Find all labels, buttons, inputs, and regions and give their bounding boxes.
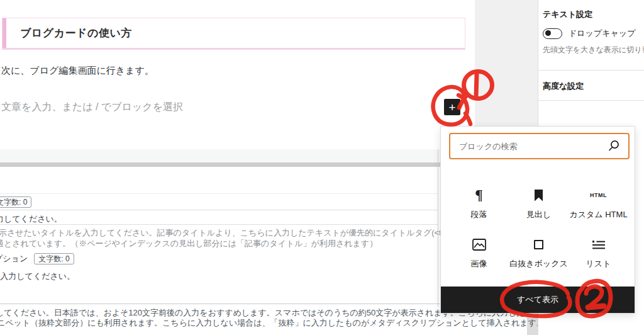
divider [0,193,438,194]
dropcap-toggle[interactable] [543,28,562,39]
panel-title-advanced-settings[interactable]: 高度な設定 [543,81,584,92]
dropcap-toggle-row: ドロップキャップ [543,28,635,39]
title-description-line2: 適とされています。（※ページやインデックスの見出し部分には「記事のタイトル」が利… [0,238,377,249]
heading-block[interactable]: ブログカードの使い方 [2,18,465,50]
box-icon [534,236,543,253]
meta-description-row: プション 文字数: 0 [0,253,74,264]
char-count-badge: 文字数: 0 [0,196,31,208]
show-all-label: すべて表示 [517,294,558,305]
block-grid: ¶ 段落 見出し HTML カスタム HTML 画像 白抜きボックス [449,182,628,280]
block-item-custom-html[interactable]: HTML カスタム HTML [569,182,628,231]
meta-description-hint: を入力してください。 [0,271,75,282]
block-item-image[interactable]: 画像 [449,231,509,280]
heading-block-text: ブログカードの使い方 [6,26,132,40]
metabox-divider-bar [0,162,440,167]
divider [0,304,440,304]
show-all-button[interactable]: すべて表示 [441,287,635,313]
divider [538,100,644,101]
list-icon [592,236,605,253]
paragraph-block[interactable]: 次に、ブログ編集画面に行きます。 [1,65,154,77]
divider [538,70,644,71]
block-search-input[interactable] [450,142,607,151]
html-icon: HTML [590,187,607,203]
circle-around-add-button-tail [465,113,470,124]
block-item-paragraph[interactable]: ¶ 段落 [449,182,509,231]
title-field-hint: 力してください。 [0,213,62,225]
dropcap-hint: 先頭文字を大きな表示に切り替えま [543,45,644,55]
panel-title-text-settings[interactable]: テキスト設定 [543,9,592,20]
editor-gutter [475,0,538,128]
block-search-box [449,133,630,159]
divider [0,224,438,225]
paragraph-icon: ¶ [475,187,482,203]
metabox-top-band [0,149,440,162]
image-icon [472,236,486,253]
block-item-heading[interactable]: 見出し [509,182,569,231]
search-icon [607,139,621,153]
dropcap-label: ドロップキャップ [569,28,635,39]
divider [0,210,438,210]
meta-description-label: プション [0,253,28,264]
toggle-knob [545,30,551,36]
char-count-badge: 文字数: 0 [34,253,74,264]
block-item-white-box[interactable]: 白抜きボックス [509,231,569,280]
plus-icon: + [448,101,455,113]
block-inserter-popup: ¶ 段落 見出し HTML カスタム HTML 画像 白抜きボックス [440,126,635,314]
block-item-list[interactable]: リスト [569,231,628,280]
empty-block-placeholder[interactable]: 文章を入力、または / でブロックを選択 [1,101,183,114]
heading-icon [534,187,543,203]
meta-description-desc-line2: ニペット（抜粋文部分）にも利用されます。こちらに入力しない場合は、「抜粋」に入力… [0,317,545,329]
add-block-button[interactable]: + [444,99,460,115]
